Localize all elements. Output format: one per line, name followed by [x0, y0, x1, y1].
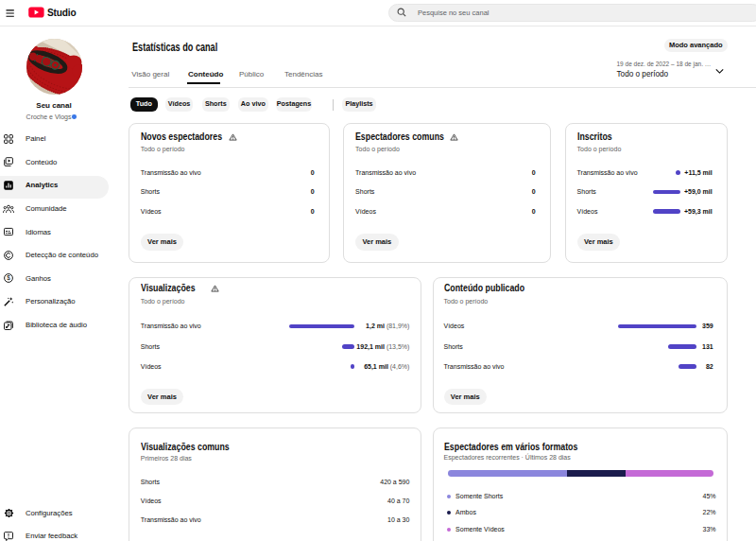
- svg-text:$: $: [7, 275, 10, 282]
